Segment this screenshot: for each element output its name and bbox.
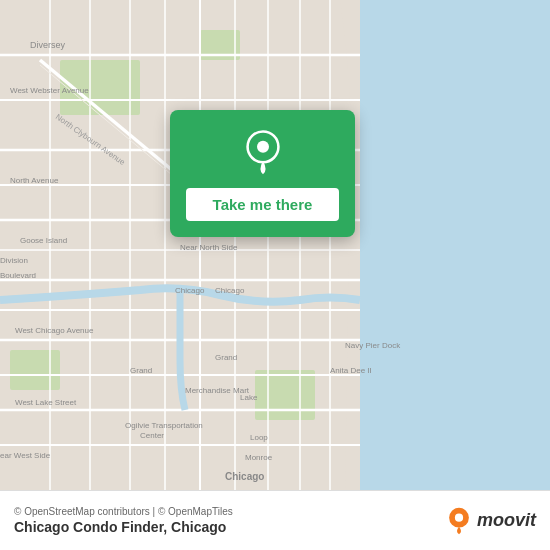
svg-text:Division: Division [0, 256, 28, 265]
svg-point-55 [257, 141, 269, 153]
svg-rect-4 [255, 370, 315, 420]
svg-text:Chicago: Chicago [225, 471, 264, 482]
svg-text:Chicago: Chicago [215, 286, 245, 295]
svg-text:Loop: Loop [250, 433, 268, 442]
app-title: Chicago Condo Finder, Chicago [14, 519, 233, 535]
svg-text:Center: Center [140, 431, 164, 440]
attribution-text: © OpenStreetMap contributors | © OpenMap… [14, 506, 233, 517]
take-me-there-button[interactable]: Take me there [186, 188, 339, 221]
app: Diversey West Webster Avenue North Avenu… [0, 0, 550, 550]
moovit-brand-text: moovit [477, 510, 536, 531]
svg-text:Grand: Grand [215, 353, 237, 362]
footer: © OpenStreetMap contributors | © OpenMap… [0, 490, 550, 550]
svg-text:Ogilvie Transportation: Ogilvie Transportation [125, 421, 203, 430]
svg-text:North Avenue: North Avenue [10, 176, 59, 185]
map-background: Diversey West Webster Avenue North Avenu… [0, 0, 550, 490]
svg-point-57 [455, 513, 463, 521]
svg-text:Chicago: Chicago [175, 286, 205, 295]
moovit-logo[interactable]: moovit [445, 507, 536, 535]
svg-text:West Lake Street: West Lake Street [15, 398, 77, 407]
svg-text:Diversey: Diversey [30, 40, 66, 50]
svg-text:West Webster Avenue: West Webster Avenue [10, 86, 89, 95]
svg-text:Grand: Grand [130, 366, 152, 375]
location-pin-icon [239, 128, 287, 176]
svg-text:Anita Dee II: Anita Dee II [330, 366, 372, 375]
tooltip-card: Take me there [170, 110, 355, 237]
footer-left: © OpenStreetMap contributors | © OpenMap… [14, 506, 233, 535]
svg-text:Navy Pier Dock: Navy Pier Dock [345, 341, 401, 350]
svg-text:Near North Side: Near North Side [180, 243, 238, 252]
map-container: Diversey West Webster Avenue North Avenu… [0, 0, 550, 490]
svg-text:Lake: Lake [240, 393, 258, 402]
svg-text:Boulevard: Boulevard [0, 271, 36, 280]
svg-rect-0 [340, 0, 550, 490]
svg-text:Monroe: Monroe [245, 453, 273, 462]
svg-text:Goose Island: Goose Island [20, 236, 67, 245]
svg-text:ear West Side: ear West Side [0, 451, 51, 460]
svg-rect-5 [10, 350, 60, 390]
svg-text:West Chicago Avenue: West Chicago Avenue [15, 326, 94, 335]
moovit-icon [445, 507, 473, 535]
